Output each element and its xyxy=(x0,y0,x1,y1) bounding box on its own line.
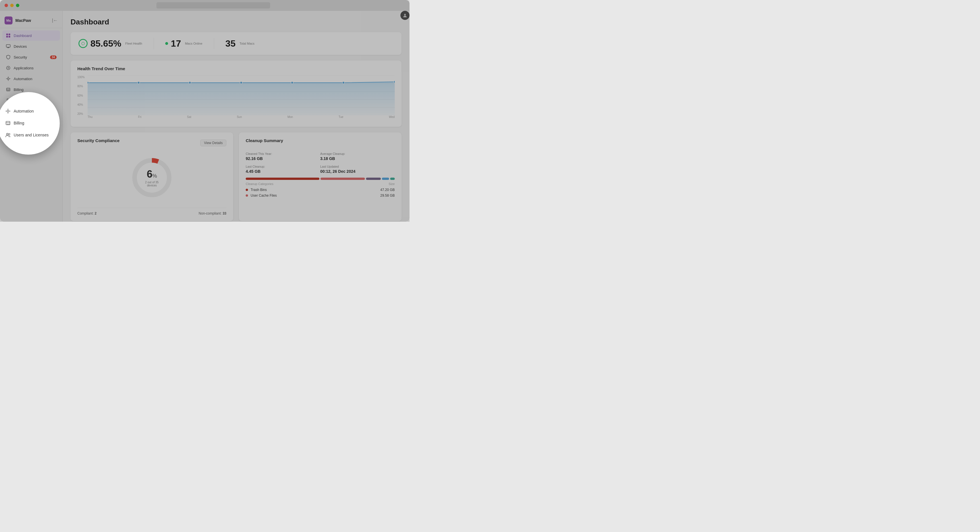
spotlight-overlay xyxy=(0,0,409,222)
spotlight-automation-label: Automation xyxy=(14,109,34,113)
svg-point-27 xyxy=(7,110,9,112)
automation-icon xyxy=(5,108,11,114)
spotlight-circle: Automation Billing Users xyxy=(0,92,60,155)
spotlight-billing-label: Billing xyxy=(14,121,24,125)
svg-point-29 xyxy=(6,133,8,135)
users-icon xyxy=(5,132,11,138)
svg-point-30 xyxy=(9,133,10,135)
billing-icon xyxy=(5,120,11,126)
svg-rect-28 xyxy=(6,121,10,125)
spotlight-users-licenses[interactable]: Users and Licenses xyxy=(2,129,55,141)
spotlight-users-label: Users and Licenses xyxy=(14,133,49,137)
spotlight-billing[interactable]: Billing xyxy=(2,118,55,129)
spotlight-automation[interactable]: Automation xyxy=(2,105,55,117)
